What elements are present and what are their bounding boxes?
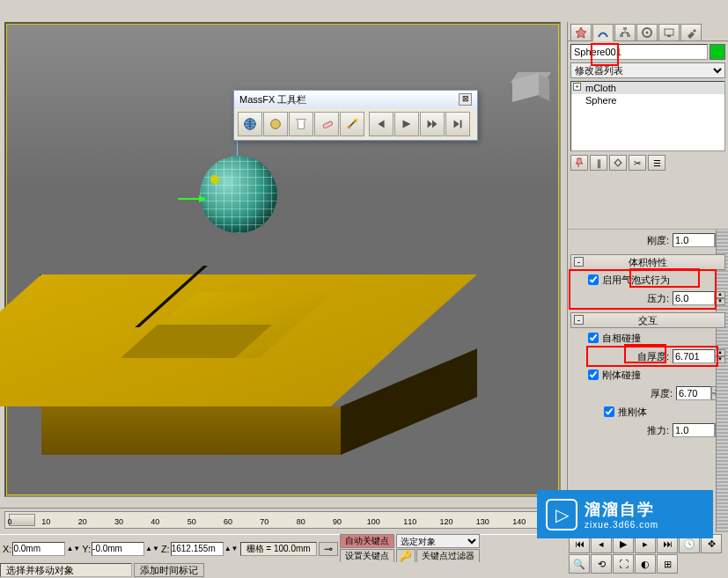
- coord-z-field[interactable]: [171, 542, 224, 556]
- close-icon[interactable]: ⊠: [459, 93, 472, 106]
- command-panel-tabs: [568, 22, 728, 41]
- selfthickness-spinner[interactable]: ▲▼: [673, 349, 725, 363]
- mfx-world-button[interactable]: [238, 112, 262, 136]
- selfthickness-label: 自厚度:: [637, 350, 669, 363]
- keymode-dropdown[interactable]: 选定对象: [396, 534, 480, 548]
- tab-motion[interactable]: [636, 24, 658, 41]
- rigidcollision-checkbox[interactable]: 刚体碰撞: [570, 367, 725, 383]
- keyfilter-button[interactable]: 关键点过滤器: [416, 549, 480, 563]
- mfx-constraint-button[interactable]: [340, 112, 364, 136]
- tab-create[interactable]: [570, 24, 592, 41]
- status-bar: X:▲▼ Y:▲▼ Z:▲▼ 栅格 = 100.0mm ⊸ 自动关键点 设置关键…: [0, 534, 563, 562]
- remove-mod-button[interactable]: ✂: [629, 155, 646, 171]
- modifier-item-mcloth[interactable]: + mCloth: [571, 82, 724, 94]
- nav-zoom-button[interactable]: 🔍: [569, 554, 590, 574]
- setkey-icon[interactable]: 🔑: [396, 549, 415, 563]
- watermark: ▷ 溜溜自学 zixue.3d66.com: [537, 490, 713, 538]
- configure-button[interactable]: ☰: [648, 155, 665, 171]
- rollout-volume[interactable]: - 体积特性: [570, 254, 725, 270]
- svg-rect-7: [620, 34, 623, 37]
- key-icon[interactable]: ⊸: [319, 542, 338, 556]
- sphere-object[interactable]: [200, 156, 277, 233]
- nav-fov-button[interactable]: ◐: [635, 554, 656, 574]
- svg-point-10: [646, 32, 649, 34]
- svg-point-1: [271, 120, 281, 129]
- svg-rect-2: [323, 121, 334, 129]
- time-ruler[interactable]: 0102030405060708090100110120130140150: [4, 511, 559, 529]
- modifier-list-dropdown[interactable]: 修改器列表: [570, 62, 725, 78]
- rigidity-label: 刚度:: [647, 234, 669, 247]
- object-color-swatch[interactable]: [710, 44, 725, 60]
- nav-max-button[interactable]: ⛶: [613, 554, 634, 574]
- pin-stack-button[interactable]: [570, 155, 588, 171]
- play-icon: ▷: [546, 499, 577, 530]
- svg-point-3: [348, 126, 351, 129]
- svg-point-5: [356, 118, 358, 121]
- playback-controls: ⏮ ◂ ▶ ▸ ⏭ 🕓 ✥ 🔍 ⟲ ⛶ ◐ ⊞: [567, 532, 728, 578]
- setkey-button[interactable]: 设置关键点: [340, 549, 394, 563]
- push-label: 推力:: [647, 424, 669, 437]
- tab-display[interactable]: [658, 24, 680, 41]
- nav-orbit-button[interactable]: ⟲: [591, 554, 612, 574]
- mfx-stepfwd-button[interactable]: [445, 112, 470, 136]
- move-gizmo-center[interactable]: [210, 175, 219, 184]
- massfx-title: MassFX 工具栏: [239, 93, 306, 106]
- prompt-text: 选择并移动对象: [0, 563, 132, 577]
- massfx-toolbar[interactable]: MassFX 工具栏 ⊠: [233, 90, 478, 141]
- coord-x-field[interactable]: [12, 542, 65, 556]
- selfcollision-checkbox[interactable]: 自相碰撞: [570, 330, 725, 346]
- pushrigid-checkbox[interactable]: 推刚体: [570, 404, 725, 420]
- svg-rect-11: [665, 29, 673, 35]
- time-slider[interactable]: [9, 514, 35, 526]
- mfx-erase-button[interactable]: [314, 112, 339, 136]
- timeline[interactable]: 0102030405060708090100110120130140150: [0, 508, 563, 534]
- move-gizmo-x[interactable]: [178, 198, 204, 200]
- rollout-interaction[interactable]: - 交互: [570, 312, 725, 328]
- tab-utilities[interactable]: [680, 24, 702, 41]
- viewport-3d[interactable]: MassFX 工具栏 ⊠: [4, 22, 561, 497]
- coord-y-field[interactable]: [92, 542, 144, 556]
- pressure-label: 压力:: [647, 292, 669, 305]
- svg-rect-12: [667, 35, 671, 37]
- addtime-button[interactable]: 添加时间标记: [134, 563, 204, 577]
- nav-extra-button[interactable]: ⊞: [657, 554, 678, 574]
- mfx-rigid-button[interactable]: [263, 112, 288, 136]
- grid-label: 栅格 = 100.0mm: [240, 542, 317, 556]
- mfx-play-button[interactable]: [420, 112, 445, 136]
- unique-button[interactable]: [609, 155, 627, 171]
- tab-modify[interactable]: [592, 24, 614, 41]
- svg-rect-8: [627, 34, 630, 37]
- svg-rect-6: [623, 27, 627, 30]
- autokey-button[interactable]: 自动关键点: [340, 534, 394, 548]
- object-name-field[interactable]: [570, 44, 708, 60]
- mfx-step-button[interactable]: [394, 112, 419, 136]
- balloon-checkbox[interactable]: 启用气泡式行为: [570, 272, 725, 288]
- thickness-label: 厚度:: [651, 387, 673, 400]
- pressure-spinner[interactable]: ▲▼: [673, 291, 725, 305]
- viewcube[interactable]: [504, 72, 552, 112]
- mfx-cloth-button[interactable]: [289, 112, 313, 136]
- mfx-reset-button[interactable]: [369, 112, 393, 136]
- modifier-stack[interactable]: + mCloth Sphere: [570, 81, 725, 151]
- modifier-item-sphere[interactable]: Sphere: [571, 94, 724, 106]
- show-end-button[interactable]: ∥: [590, 155, 607, 171]
- tab-hierarchy[interactable]: [614, 24, 636, 41]
